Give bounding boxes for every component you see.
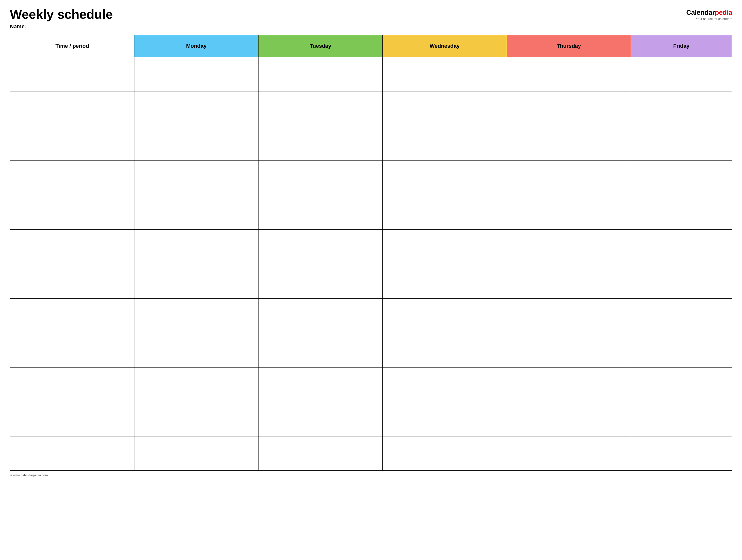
col-header-monday: Monday — [134, 35, 258, 57]
schedule-cell[interactable] — [259, 402, 382, 436]
table-row — [10, 264, 732, 298]
schedule-cell[interactable] — [382, 92, 507, 126]
schedule-cell[interactable] — [507, 367, 631, 402]
table-row — [10, 126, 732, 161]
schedule-cell[interactable] — [259, 161, 382, 195]
time-cell[interactable] — [10, 367, 134, 402]
schedule-cell[interactable] — [631, 195, 732, 229]
schedule-cell[interactable] — [259, 126, 382, 161]
logo-text: Calendarpedia — [686, 9, 732, 16]
schedule-cell[interactable] — [631, 402, 732, 436]
header-row: Time / period Monday Tuesday Wednesday T… — [10, 35, 732, 57]
time-cell[interactable] — [10, 298, 134, 333]
table-row — [10, 229, 732, 264]
schedule-table: Time / period Monday Tuesday Wednesday T… — [10, 35, 732, 471]
schedule-cell[interactable] — [259, 195, 382, 229]
table-row — [10, 57, 732, 92]
schedule-cell[interactable] — [507, 436, 631, 471]
schedule-cell[interactable] — [382, 264, 507, 298]
schedule-cell[interactable] — [631, 57, 732, 92]
footer: © www.calendarpedia.com — [10, 473, 732, 477]
schedule-cell[interactable] — [507, 195, 631, 229]
schedule-cell[interactable] — [259, 264, 382, 298]
schedule-cell[interactable] — [259, 367, 382, 402]
schedule-cell[interactable] — [134, 57, 258, 92]
schedule-cell[interactable] — [631, 126, 732, 161]
schedule-cell[interactable] — [631, 298, 732, 333]
col-header-thursday: Thursday — [507, 35, 631, 57]
schedule-cell[interactable] — [259, 229, 382, 264]
schedule-cell[interactable] — [134, 298, 258, 333]
time-cell[interactable] — [10, 333, 134, 367]
schedule-cell[interactable] — [507, 92, 631, 126]
schedule-cell[interactable] — [259, 57, 382, 92]
schedule-cell[interactable] — [259, 298, 382, 333]
schedule-cell[interactable] — [134, 264, 258, 298]
schedule-cell[interactable] — [134, 402, 258, 436]
schedule-cell[interactable] — [631, 229, 732, 264]
schedule-cell[interactable] — [134, 126, 258, 161]
name-label: Name: — [10, 23, 113, 30]
logo-area: Calendarpedia Your source for calendars — [686, 7, 732, 21]
schedule-cell[interactable] — [507, 333, 631, 367]
schedule-cell[interactable] — [134, 333, 258, 367]
schedule-cell[interactable] — [134, 195, 258, 229]
schedule-cell[interactable] — [382, 298, 507, 333]
schedule-cell[interactable] — [507, 161, 631, 195]
table-row — [10, 161, 732, 195]
schedule-cell[interactable] — [507, 57, 631, 92]
schedule-cell[interactable] — [507, 229, 631, 264]
schedule-cell[interactable] — [631, 333, 732, 367]
footer-url: © www.calendarpedia.com — [10, 473, 48, 477]
time-cell[interactable] — [10, 264, 134, 298]
schedule-cell[interactable] — [134, 161, 258, 195]
schedule-cell[interactable] — [382, 57, 507, 92]
schedule-cell[interactable] — [382, 367, 507, 402]
table-row — [10, 402, 732, 436]
time-cell[interactable] — [10, 195, 134, 229]
time-cell[interactable] — [10, 161, 134, 195]
schedule-cell[interactable] — [507, 126, 631, 161]
page-title: Weekly schedule — [10, 7, 113, 21]
schedule-cell[interactable] — [507, 402, 631, 436]
schedule-cell[interactable] — [382, 161, 507, 195]
time-cell[interactable] — [10, 92, 134, 126]
schedule-cell[interactable] — [382, 333, 507, 367]
table-row — [10, 92, 732, 126]
logo-pedia: pedia — [715, 9, 732, 16]
table-row — [10, 436, 732, 471]
schedule-cell[interactable] — [259, 333, 382, 367]
schedule-cell[interactable] — [507, 264, 631, 298]
time-cell[interactable] — [10, 229, 134, 264]
table-row — [10, 195, 732, 229]
schedule-cell[interactable] — [382, 436, 507, 471]
table-row — [10, 333, 732, 367]
col-header-friday: Friday — [631, 35, 732, 57]
schedule-cell[interactable] — [134, 436, 258, 471]
logo-calendar: Calendar — [686, 9, 715, 16]
time-cell[interactable] — [10, 402, 134, 436]
schedule-cell[interactable] — [259, 436, 382, 471]
header: Weekly schedule Name: Calendarpedia Your… — [10, 7, 732, 30]
time-cell[interactable] — [10, 57, 134, 92]
schedule-cell[interactable] — [631, 92, 732, 126]
schedule-cell[interactable] — [382, 229, 507, 264]
col-header-wednesday: Wednesday — [382, 35, 507, 57]
col-header-time: Time / period — [10, 35, 134, 57]
time-cell[interactable] — [10, 126, 134, 161]
schedule-cell[interactable] — [631, 264, 732, 298]
col-header-tuesday: Tuesday — [259, 35, 382, 57]
schedule-cell[interactable] — [507, 298, 631, 333]
schedule-cell[interactable] — [134, 367, 258, 402]
time-cell[interactable] — [10, 436, 134, 471]
schedule-cell[interactable] — [631, 161, 732, 195]
schedule-cell[interactable] — [382, 126, 507, 161]
schedule-cell[interactable] — [631, 367, 732, 402]
schedule-cell[interactable] — [134, 92, 258, 126]
schedule-cell[interactable] — [382, 195, 507, 229]
schedule-cell[interactable] — [631, 436, 732, 471]
schedule-cell[interactable] — [382, 402, 507, 436]
schedule-cell[interactable] — [259, 92, 382, 126]
logo-tagline: Your source for calendars — [696, 17, 732, 21]
schedule-cell[interactable] — [134, 229, 258, 264]
